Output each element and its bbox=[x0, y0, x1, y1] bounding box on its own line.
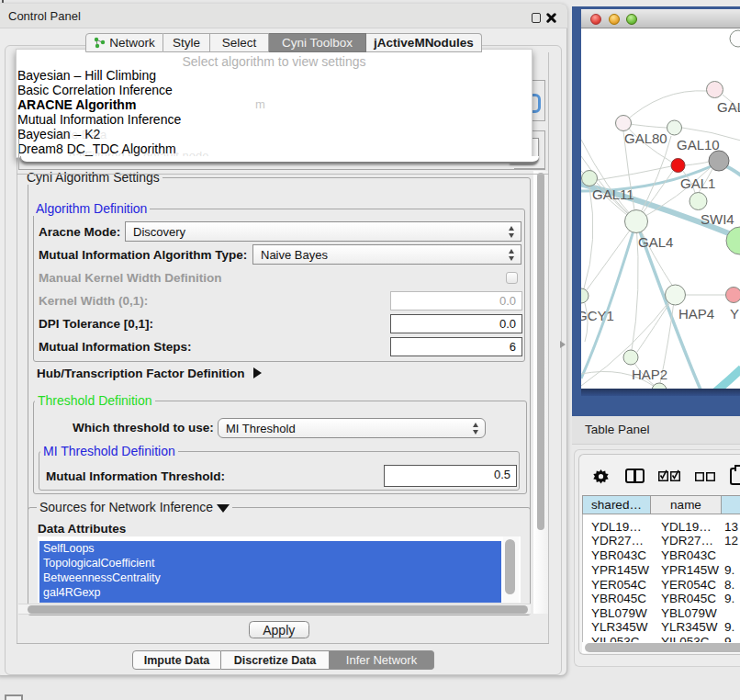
svg-text:HAP2: HAP2 bbox=[632, 367, 667, 382]
svg-text:GCY1: GCY1 bbox=[581, 308, 614, 323]
svg-text:HAP4: HAP4 bbox=[678, 306, 714, 322]
svg-text:GAL: GAL bbox=[717, 99, 740, 115]
svg-text:GAL4: GAL4 bbox=[638, 234, 673, 250]
svg-text:GAL1: GAL1 bbox=[680, 175, 715, 191]
svg-text:GAL11: GAL11 bbox=[592, 186, 634, 202]
svg-text:Y: Y bbox=[730, 306, 739, 322]
svg-text:GAL10: GAL10 bbox=[677, 137, 720, 152]
svg-text:SWI4: SWI4 bbox=[701, 211, 734, 227]
svg-text:GAL80: GAL80 bbox=[624, 130, 667, 146]
